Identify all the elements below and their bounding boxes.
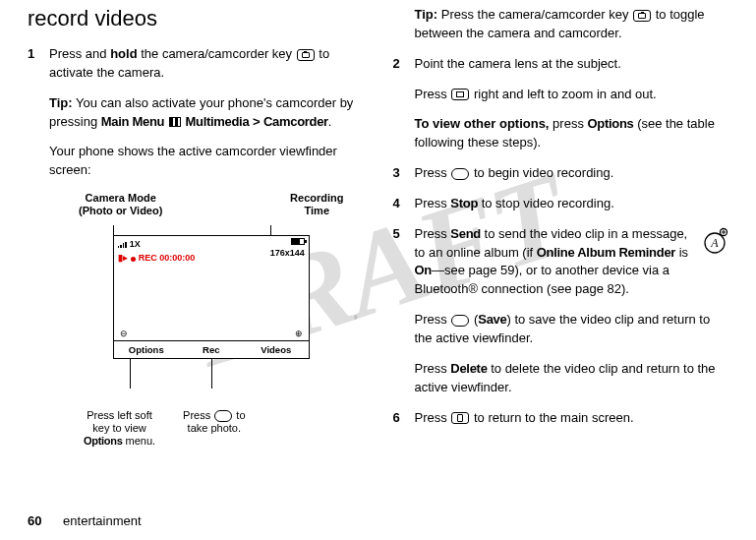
label-rec-time-l2: Time	[305, 205, 329, 216]
step-1: 1 Press and hold the camera/camcorder ke…	[28, 45, 364, 448]
page-container: record videos 1 Press and hold the camer…	[0, 0, 756, 540]
soft-key-icon	[214, 410, 232, 422]
s3b: to begin video recording.	[470, 165, 613, 180]
tip-block: Tip: Press the camera/camcorder key to t…	[393, 6, 729, 43]
nav-key-icon	[451, 89, 469, 100]
step2-options: Options	[588, 116, 634, 131]
bl-l1: Press left soft	[87, 409, 152, 421]
zoom-in-icon: ⊕	[295, 328, 303, 340]
resolution-indicator: 176x144	[270, 247, 305, 260]
page-number: 60	[28, 513, 41, 528]
s5a: Press	[415, 226, 451, 241]
bl-l2: key to view	[92, 422, 145, 434]
step-6-number: 6	[393, 409, 415, 428]
soft-key-icon	[451, 315, 469, 327]
menu-camcorder: Camcorder	[263, 114, 328, 129]
rec-dot-icon	[131, 257, 136, 262]
heading-record-videos: record videos	[28, 6, 364, 31]
tip-label-right: Tip:	[415, 7, 438, 22]
tip-label: Tip:	[49, 95, 73, 110]
br-l2: to	[233, 409, 245, 421]
softkey-right: Videos	[244, 341, 309, 359]
step-2-number: 2	[393, 55, 415, 152]
s6a: Press	[415, 410, 451, 425]
s5p3a: Press	[415, 361, 451, 376]
camera-key-icon	[633, 10, 651, 22]
save-label: Save	[478, 312, 506, 327]
menu-main: Main Menu	[101, 114, 164, 129]
label-camera-mode-l2: (Photo or Video)	[79, 205, 162, 216]
viewfinder-intro: Your phone shows the active camcorder vi…	[49, 143, 364, 180]
step-3-number: 3	[393, 164, 415, 183]
softkey-left: Options	[114, 341, 179, 359]
right-column: Tip: Press the camera/camcorder key to t…	[393, 0, 729, 540]
on-label: On	[415, 263, 432, 277]
bonus-feature-icon: A	[701, 227, 728, 255]
step-6: 6 Press to return to the main screen.	[393, 409, 729, 428]
s5d: —see page 59), or to another device via …	[415, 263, 670, 296]
viewfinder-screen: 1X ▮▸ REC 00:00:00	[113, 235, 310, 359]
camera-key-icon	[297, 49, 315, 61]
label-left-softkey: Press left soft key to view Options menu…	[84, 409, 155, 449]
viewfinder-figure: Camera Mode (Photo or Video) Recording T…	[59, 192, 364, 448]
period: .	[328, 114, 332, 129]
zoom-indicator: 1X	[130, 238, 141, 251]
step2-l3b: press	[549, 116, 587, 131]
battery-icon	[291, 238, 305, 245]
s3a: Press	[415, 165, 451, 180]
softkey-bar: Options Rec Videos	[114, 340, 309, 359]
rec-indicator: ▮▸ REC 00:00:00	[118, 252, 196, 265]
step-1-number: 1	[28, 45, 49, 448]
step2-l3a: To view other options,	[415, 116, 550, 131]
tip-text1: Press the camera/camcorder key	[437, 7, 632, 22]
section-name: entertainment	[63, 513, 142, 528]
s6b: to return to the main screen.	[470, 410, 633, 425]
br-l3: take photo.	[188, 422, 241, 434]
menu-multimedia: Multimedia	[185, 114, 249, 129]
step-2: 2 Point the camera lens at the subject. …	[393, 55, 729, 152]
step-4: 4 Press Stop to stop video recording.	[393, 195, 729, 213]
end-key-icon	[451, 412, 469, 424]
step1-text-pre: Press and	[49, 46, 110, 61]
s5p2a: Press	[415, 312, 451, 327]
label-camera-mode: Camera Mode (Photo or Video)	[79, 192, 162, 217]
soft-key-icon	[451, 168, 469, 180]
rec-text: REC 00:00:00	[139, 252, 196, 265]
left-column: record videos 1 Press and hold the camer…	[28, 0, 364, 540]
step-5: 5 A Press Send to send the video clip in…	[393, 225, 729, 397]
stop-label: Stop	[450, 196, 478, 210]
step1-hold: hold	[110, 46, 137, 61]
camcorder-glyph: ▮▸	[118, 252, 128, 265]
label-take-photo: Press to take photo.	[183, 409, 245, 449]
delete-label: Delete	[450, 361, 487, 376]
leader-line	[130, 359, 131, 389]
svg-text:A: A	[710, 236, 719, 250]
step-4-number: 4	[393, 195, 415, 213]
multimedia-icon	[169, 117, 181, 127]
leader-line	[211, 359, 212, 389]
step-5-number: 5	[393, 225, 415, 397]
s4b: to stop video recording.	[478, 196, 614, 210]
s5c: is	[675, 245, 688, 260]
br-l1: Press	[183, 409, 213, 421]
step2-l1: Point the camera lens at the subject.	[415, 55, 729, 74]
s4a: Press	[415, 196, 451, 210]
step-1-body: Press and hold the camera/camcorder key …	[49, 45, 364, 448]
label-rec-time-l1: Recording	[290, 192, 343, 204]
signal-icon	[118, 241, 127, 248]
step-3: 3 Press to begin video recording.	[393, 164, 729, 183]
gt-separator: >	[253, 114, 260, 129]
oar-label: Online Album Reminder	[537, 245, 675, 260]
step2-l2b: right and left to zoom in and out.	[470, 87, 656, 101]
softkey-center: Rec	[179, 341, 244, 359]
step1-text-post1: the camera/camcorder key	[138, 46, 296, 61]
page-footer: 60 entertainment	[28, 513, 142, 528]
step2-l2a: Press	[415, 87, 451, 101]
bl-l4: menu.	[122, 435, 155, 447]
label-recording-time: Recording Time	[290, 192, 343, 217]
bl-l3: Options	[84, 435, 122, 447]
send-label: Send	[450, 226, 481, 241]
label-camera-mode-l1: Camera Mode	[86, 192, 156, 204]
zoom-out-icon: ⊖	[120, 328, 128, 340]
